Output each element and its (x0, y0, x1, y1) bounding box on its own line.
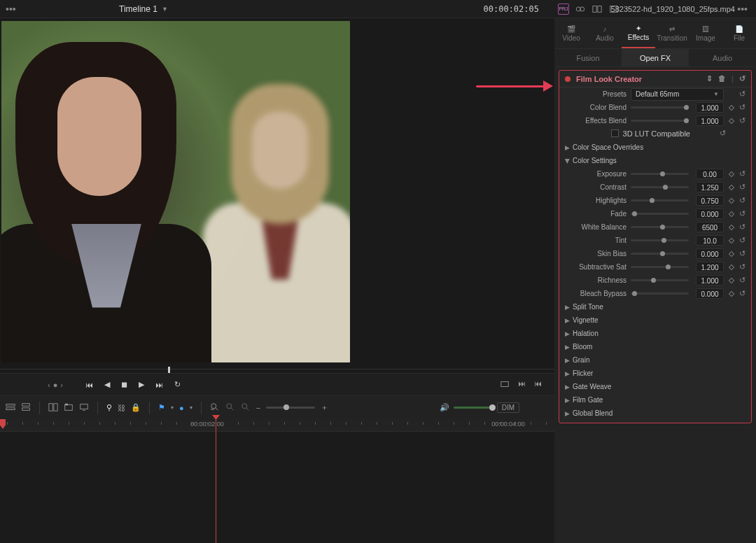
link-icon[interactable]: ⛓ (118, 404, 125, 412)
param-slider[interactable] (631, 253, 689, 255)
inspector-tab-transition[interactable]: ⇄Transition (655, 18, 689, 48)
flag-icon[interactable]: ⚑ (158, 403, 165, 412)
timeline-view-options-icon[interactable] (6, 402, 15, 414)
timeline-title[interactable]: Timeline 1 ▼ (119, 4, 168, 14)
more-menu-left[interactable]: ••• (0, 3, 22, 15)
step-back-icon[interactable]: ◀ (104, 380, 110, 389)
inspector-tab-image[interactable]: 🖼Image (689, 18, 722, 48)
param-slider[interactable] (631, 213, 689, 215)
lock-icon[interactable]: 🔒 (131, 403, 141, 412)
prev-marker-icon[interactable]: ⏭ (518, 379, 526, 390)
reset-icon[interactable]: ↺ (739, 289, 746, 298)
volume-icon[interactable]: 🔊 (440, 403, 449, 412)
reset-icon[interactable]: ↺ (739, 209, 746, 218)
collapse-all-icon[interactable]: ⇕ (706, 74, 713, 83)
param-slider[interactable] (631, 266, 689, 268)
reset-icon[interactable]: ↺ (739, 196, 746, 205)
in-point-marker[interactable] (0, 419, 6, 429)
keyframe-icon[interactable] (729, 197, 734, 203)
keyframe-icon[interactable] (729, 224, 734, 230)
zoom-slider[interactable] (266, 407, 315, 409)
stop-icon[interactable]: ◼ (121, 380, 127, 389)
effects-blend-value[interactable]: 1.000 (696, 115, 724, 126)
param-value[interactable]: 6500 (696, 222, 724, 232)
reset-icon[interactable]: ↺ (739, 183, 746, 192)
bypass-icon[interactable] (575, 3, 586, 15)
param-value[interactable]: 10.0 (696, 235, 724, 246)
param-slider[interactable] (631, 292, 689, 295)
param-slider[interactable] (631, 279, 689, 281)
color-blend-value[interactable]: 1.000 (696, 102, 724, 113)
color-blend-slider[interactable] (631, 106, 689, 108)
timeline-ruler[interactable]: 00:00:02:0000:00:04:00 (0, 419, 554, 432)
zoom-fit-icon[interactable] (210, 402, 220, 414)
keyframe-icon[interactable] (729, 237, 734, 243)
volume-slider[interactable] (454, 407, 493, 409)
mini-scrubber[interactable] (0, 365, 554, 373)
more-menu-right[interactable]: ••• (732, 3, 753, 15)
param-value[interactable]: 0.000 (696, 248, 724, 259)
section-bloom[interactable]: ▶Bloom (559, 340, 751, 353)
reset-icon[interactable]: ↺ (739, 236, 746, 245)
marker-icon[interactable]: ● (179, 404, 184, 412)
mark-dot-icon[interactable]: ● (53, 381, 58, 389)
param-value[interactable]: 1.250 (696, 182, 724, 192)
go-start-icon[interactable]: ⏮ (85, 381, 93, 389)
section-global-blend[interactable]: ▶Global Blend (559, 407, 751, 420)
go-end-icon[interactable]: ⏭ (155, 381, 163, 389)
presets-dropdown[interactable]: Default 65mm ▼ (631, 88, 724, 101)
single-viewer-icon[interactable] (592, 3, 603, 15)
keyframe-icon[interactable] (729, 184, 734, 190)
section-flicker[interactable]: ▶Flicker (559, 367, 751, 380)
section-gate-weave[interactable]: ▶Gate Weave (559, 380, 751, 393)
loop-icon[interactable]: ↻ (174, 380, 181, 389)
param-slider[interactable] (631, 239, 689, 241)
inspector-subtab-audio[interactable]: Audio (689, 49, 756, 66)
timeline-area[interactable]: 00:00:02:0000:00:04:00 (0, 419, 554, 543)
keyframe-icon[interactable] (729, 104, 734, 110)
play-icon[interactable]: ▶ (139, 380, 144, 389)
inspector-tab-file[interactable]: 📄File (722, 18, 756, 48)
zoom-detail-icon[interactable] (225, 402, 235, 414)
inspector-subtab-open-fx[interactable]: Open FX (622, 49, 689, 66)
keyframe-icon[interactable] (729, 277, 734, 283)
zoom-out-icon[interactable]: − (256, 404, 260, 412)
edit-index-icon[interactable] (48, 402, 58, 414)
zoom-custom-icon[interactable] (241, 402, 251, 414)
dim-button[interactable]: DIM (497, 402, 519, 413)
param-slider[interactable] (631, 173, 689, 175)
keyframe-icon[interactable] (729, 264, 734, 269)
param-value[interactable]: 1.000 (696, 275, 724, 285)
monitor-icon[interactable] (79, 402, 89, 414)
snap-icon[interactable]: ⚲ (106, 403, 112, 412)
zoom-in-icon[interactable]: ＋ (321, 402, 328, 413)
param-value[interactable]: 0.750 (696, 195, 724, 206)
reset-presets-icon[interactable]: ↺ (739, 90, 746, 99)
mark-in-icon[interactable]: ‹ (48, 381, 50, 389)
trash-icon[interactable]: 🗑 (718, 74, 726, 83)
param-slider[interactable] (631, 186, 689, 188)
section-film-gate[interactable]: ▶Film Gate (559, 393, 751, 407)
prev-clip-icon[interactable]: PRJ (558, 3, 569, 15)
reset-icon[interactable]: ↺ (739, 276, 746, 285)
reset-icon[interactable]: ↺ (739, 116, 746, 125)
match-frame-icon[interactable] (500, 379, 510, 390)
effects-blend-slider[interactable] (631, 120, 689, 122)
effect-enabled-dot[interactable] (565, 76, 570, 82)
next-marker-icon[interactable]: ⏮ (534, 379, 542, 390)
keyframe-icon[interactable] (729, 118, 734, 123)
section-vignette[interactable]: ▶Vignette (559, 313, 751, 327)
lut-checkbox[interactable] (611, 129, 619, 137)
reset-icon[interactable]: ↺ (739, 103, 746, 112)
reset-icon[interactable]: ↺ (739, 262, 746, 272)
mark-out-icon[interactable]: › (60, 381, 63, 389)
section-color-settings[interactable]: ▶Color Settings (559, 154, 751, 167)
keyframe-icon[interactable] (729, 211, 734, 216)
viewer[interactable] (0, 18, 554, 365)
section-split-tone[interactable]: ▶Split Tone (559, 300, 751, 313)
param-value[interactable]: 0.000 (696, 288, 724, 299)
inspector-tab-audio[interactable]: ♪Audio (588, 18, 622, 48)
inspector-tab-video[interactable]: 🎬Video (554, 18, 588, 48)
param-slider[interactable] (631, 226, 689, 228)
effect-header[interactable]: Film Look Creator ⇕ 🗑 | ↺ (559, 71, 751, 87)
